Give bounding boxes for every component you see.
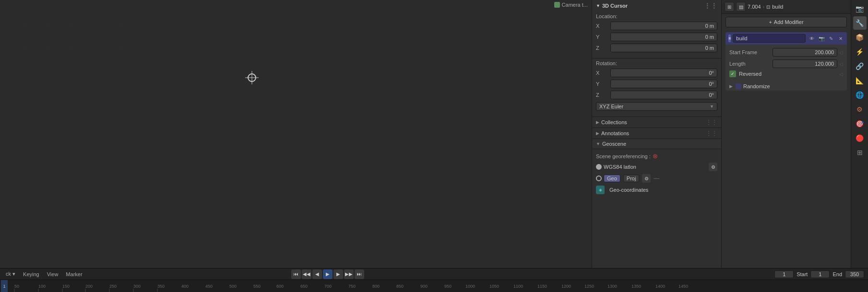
sidebar-icon-modifier[interactable]: 🔧 — [853, 16, 867, 30]
svg-text:150: 150 — [62, 284, 70, 289]
wgs84-radio-icon[interactable] — [596, 164, 602, 170]
svg-text:850: 850 — [396, 284, 404, 289]
svg-text:1150: 1150 — [537, 284, 547, 289]
svg-text:200: 200 — [85, 284, 93, 289]
length-extra-icon: ◁ — [839, 61, 843, 67]
svg-text:400: 400 — [181, 284, 189, 289]
rz-field-row: Z 0° — [596, 90, 717, 100]
3d-cursor — [245, 70, 259, 86]
version-label: 7.004 — [748, 4, 761, 10]
start-frame-field[interactable]: 1 — [810, 270, 830, 278]
cursor-panel-title: 3D Cursor — [602, 3, 628, 9]
z-value[interactable]: 0 m — [610, 44, 717, 52]
y-value[interactable]: 0 m — [610, 33, 717, 41]
svg-text:1350: 1350 — [631, 284, 641, 289]
add-modifier-button[interactable]: + Add Modifier — [725, 17, 847, 27]
sidebar-icon-physics[interactable]: ⚡ — [853, 45, 867, 58]
modifier-realtime-icon[interactable]: 👁 — [808, 34, 816, 43]
modifier-render-icon[interactable]: 📷 — [817, 34, 826, 43]
sidebar-icon-particles[interactable]: 📦 — [853, 31, 867, 44]
keying-btn[interactable]: Keying — [21, 271, 41, 278]
next-keyframe-btn[interactable]: ▶▶ — [344, 269, 354, 279]
play-btn[interactable]: ▶ — [323, 269, 333, 279]
sidebar-icon-scene[interactable]: 📷 — [853, 2, 867, 15]
ry-label: Y — [596, 81, 610, 87]
current-frame-field[interactable]: 1 — [774, 270, 794, 278]
sidebar-icon-orange3[interactable]: 🔴 — [853, 131, 867, 145]
start-label: Start — [797, 271, 808, 277]
reversed-extra-icon: ◁ — [839, 71, 843, 77]
timeline-ruler[interactable]: 1 50 100 150 200 250 300 350 400 450 500… — [0, 280, 868, 292]
dropdown-arrow-icon: ▼ — [710, 104, 714, 109]
y-field-row: Y 0 m — [596, 32, 717, 42]
modifier-name-input[interactable] — [733, 34, 806, 43]
svg-text:100: 100 — [38, 284, 46, 289]
view-btn[interactable]: View — [45, 271, 60, 278]
sidebar-icon-panel: 📷 🔧 📦 ⚡ 🔗 📐 🌐 ⚙ 🎯 🔴 ⊞ — [851, 0, 868, 268]
reversed-checkbox[interactable]: ✓ — [729, 70, 736, 77]
breadcrumb-sep: › — [763, 4, 765, 10]
modifier-card-body: Start Frame 200.000 ◁ Length 120.000 ◁ ✓… — [725, 45, 847, 82]
start-frame-row: Start Frame 200.000 ◁ — [729, 47, 843, 57]
sidebar-icon-world[interactable]: 🌐 — [853, 88, 867, 102]
collapse-arrow: ▼ — [596, 3, 600, 8]
svg-text:450: 450 — [205, 284, 213, 289]
modifier-topbar-icon2[interactable]: ▤ — [736, 2, 746, 12]
track-btn[interactable]: ck ▾ — [4, 270, 17, 278]
georef-warning-icon: ⊗ — [653, 152, 658, 160]
randomize-dot-icon — [736, 83, 741, 89]
sidebar-icon-data[interactable]: 📐 — [853, 74, 867, 87]
sidebar-icon-grid[interactable]: ⊞ — [853, 146, 867, 159]
randomize-row[interactable]: ▶ Randomize — [725, 82, 847, 91]
jump-to-start-btn[interactable]: ⏮ — [291, 269, 301, 279]
collections-options-icon[interactable]: ⋮⋮ — [706, 119, 717, 126]
randomize-label: Randomize — [743, 83, 770, 89]
prev-keyframe-btn[interactable]: ◀◀ — [302, 269, 311, 279]
annotations-arrow-icon: ▶ — [596, 131, 599, 136]
sidebar-icon-constraints[interactable]: 🔗 — [853, 59, 867, 73]
sidebar-icon-orange2[interactable]: 🎯 — [853, 117, 867, 130]
annotations-header[interactable]: ▶ Annotations ⋮⋮ — [592, 128, 721, 139]
proj-settings-icon[interactable]: ⚙ — [642, 174, 651, 183]
geo-coordinates-row: ◈ Geo-coordinates — [592, 184, 721, 196]
modifier-edit-icon[interactable]: ✎ — [827, 34, 835, 43]
rz-value[interactable]: 0° — [610, 91, 717, 99]
geoscene-header[interactable]: ▼ Geoscene — [592, 139, 721, 149]
svg-text:250: 250 — [109, 284, 117, 289]
svg-text:900: 900 — [420, 284, 428, 289]
wgs84-settings-icon[interactable]: ⚙ — [709, 163, 717, 171]
modifier-panel-icon[interactable]: ⊞ — [725, 2, 734, 12]
ry-value[interactable]: 0° — [610, 80, 717, 88]
cursor-panel-header[interactable]: ▼ 3D Cursor ⋮⋮ — [592, 0, 721, 12]
collections-header[interactable]: ▶ Collections ⋮⋮ — [592, 117, 721, 128]
rx-label: X — [596, 70, 610, 76]
jump-to-end-btn[interactable]: ⏭ — [355, 269, 364, 279]
length-value[interactable]: 120.000 — [773, 59, 837, 68]
rx-value[interactable]: 0° — [610, 69, 717, 77]
modifier-close-icon[interactable]: ✕ — [836, 34, 845, 43]
geo-button[interactable]: Geo — [604, 175, 620, 182]
end-label: End — [832, 271, 842, 277]
grid — [0, 0, 144, 72]
x-value[interactable]: 0 m — [610, 22, 717, 30]
next-frame-btn[interactable]: ▶ — [333, 269, 343, 279]
annotations-options-icon[interactable]: ⋮⋮ — [706, 130, 717, 137]
playback-controls: ⏮ ◀◀ ◀ ▶ ▶ ▶▶ ⏭ — [291, 269, 364, 279]
modifier-type-icon: ≡ — [728, 35, 731, 42]
prev-frame-btn[interactable]: ◀ — [312, 269, 322, 279]
rotation-section: Rotation: X 0° Y 0° Z 0° — [592, 58, 721, 117]
rotation-mode-dropdown[interactable]: XYZ Euler ▼ — [596, 102, 717, 111]
marker-btn[interactable]: Marker — [64, 271, 84, 278]
modifier-panel: ⊞ ▤ 7.004 › ⊡ build + Add Modifier ≡ 👁 📷 — [721, 0, 851, 268]
sidebar-icon-orange1[interactable]: ⚙ — [853, 103, 867, 116]
svg-rect-53 — [0, 280, 868, 292]
proj-button[interactable]: Proj — [623, 175, 640, 182]
viewport[interactable]: Camera t... — [0, 0, 592, 268]
svg-text:1050: 1050 — [489, 284, 499, 289]
start-frame-value[interactable]: 200.000 — [773, 48, 837, 57]
end-frame-field[interactable]: 350 — [845, 270, 864, 278]
geoscene-arrow-icon: ▼ — [596, 141, 600, 146]
geo-radio-icon[interactable] — [596, 175, 602, 181]
panel-options-icon[interactable]: ⋮⋮ — [704, 2, 717, 10]
rx-field-row: X 0° — [596, 68, 717, 78]
